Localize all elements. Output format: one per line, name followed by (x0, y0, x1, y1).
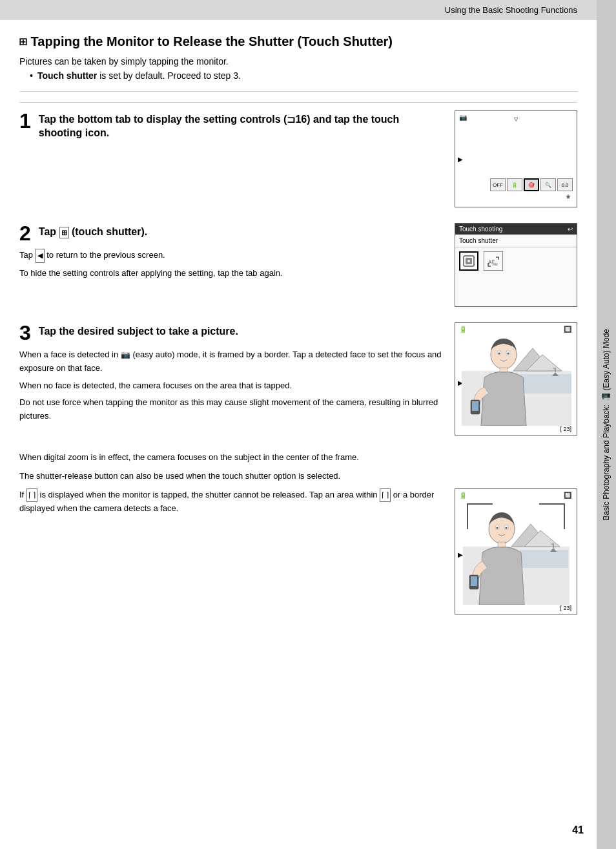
toolbar-icon-selected: 🎯 (524, 178, 539, 191)
step-1-screen: 📷 ▽ OFF 🔋 🎯 🔍 0.0 ▶ (455, 110, 577, 207)
step-1-content: 1 Tap the bottom tab to display the sett… (19, 110, 442, 145)
page-title-section: ⊞ Tapping the Monitor to Release the Shu… (19, 33, 577, 92)
sidebar-tab-text: Basic Photography and Playback: 📷 (Easy … (599, 322, 615, 527)
step-1-section: 1 Tap the bottom tab to display the sett… (19, 110, 577, 207)
menu-icon-af: AF AE (484, 251, 503, 271)
bottom-illust-left-arrow: ▶ (458, 551, 463, 558)
step-3-number: 3 (19, 322, 31, 343)
screen-left-arrow: ▶ (458, 156, 463, 163)
step-3-line-3: Do not use force when tapping the monito… (19, 396, 442, 423)
main-content: Using the Basic Shooting Functions ⊞ Tap… (0, 0, 597, 849)
touch-menu-row: Touch shutter (455, 235, 577, 247)
svg-point-12 (508, 353, 509, 355)
screen-camera-icon: 📷 (459, 114, 467, 121)
menu-icon-touch-shutter (459, 251, 478, 271)
toolbar-icon-3: 0.0 (557, 178, 573, 191)
step-2-header: 2 Tap ⊞ (touch shutter). (19, 223, 442, 244)
divider-top (19, 102, 577, 103)
step-2-line-1: Tap ◀ to return to the previous screen. (19, 249, 442, 263)
step-3-shutter-button: The shutter-release button can also be u… (19, 470, 577, 483)
section-title: Using the Basic Shooting Functions (445, 5, 577, 15)
step-3-illustration-inner: 🔋 🔲 ▶ [ 23] (455, 323, 577, 435)
back-icon-inline: ◀ (36, 249, 45, 263)
svg-rect-15 (472, 401, 478, 411)
step-2-body: Tap ◀ to return to the previous screen. … (19, 249, 442, 280)
person-svg (462, 326, 571, 426)
step-1-title: Tap the bottom tab to display the settin… (39, 110, 442, 140)
svg-point-2 (467, 260, 470, 262)
step-2-title: Tap ⊞ (touch shutter). (39, 223, 147, 239)
step-2-content: 2 Tap ⊞ (touch shutter). Tap ◀ to return… (19, 223, 442, 284)
corner-bracket-icon: ⌈ ⌉ (26, 488, 37, 503)
step-2-number: 2 (19, 223, 31, 244)
toolbar-icon-2: 🔍 (540, 178, 556, 191)
step-3-section: 3 Tap the desired subject to take a pict… (19, 322, 577, 435)
title-icon: ⊞ (19, 34, 27, 49)
page-title: ⊞ Tapping the Monitor to Release the Shu… (19, 33, 577, 50)
svg-rect-17 (520, 550, 568, 568)
step-3-illustration: 🔋 🔲 ▶ [ 23] (455, 322, 577, 435)
step-3-content: 3 Tap the desired subject to take a pict… (19, 322, 442, 427)
intro-text: Pictures can be taken by simply tapping … (19, 56, 577, 67)
corner-bracket-icon-2: ⌈ ⌉ (380, 488, 391, 503)
step-3-line-2: When no face is detected, the camera foc… (19, 379, 442, 393)
step-1-screen-inner: 📷 ▽ OFF 🔋 🎯 🔍 0.0 ▶ (455, 111, 577, 207)
bullet-suffix: is set by default. Proceed to step 3. (97, 70, 241, 81)
step-2-line-2: To hide the setting controls after apply… (19, 267, 442, 280)
title-text: Tapping the Monitor to Release the Shutt… (31, 34, 393, 48)
bottom-text-content: If ⌈ ⌉ is displayed when the monitor is … (19, 488, 442, 516)
touch-menu-close: ↩ (568, 225, 573, 233)
touch-menu-header: Touch shooting ↩ (455, 224, 577, 235)
section-header: Using the Basic Shooting Functions (0, 0, 597, 20)
svg-point-11 (498, 353, 500, 355)
step-2-screen: Touch shooting ↩ Touch shutter AF (455, 223, 577, 307)
bottom-text: If ⌈ ⌉ is displayed when the monitor is … (19, 488, 442, 614)
screen-settings-icon (564, 193, 573, 204)
bottom-illustration: 🔋 🔲 ▶ [ 23] ▽ (455, 488, 577, 614)
bottom-section: If ⌈ ⌉ is displayed when the monitor is … (19, 488, 577, 614)
step-3-extra: When digital zoom is in effect, the came… (19, 451, 577, 483)
screen-toolbar: OFF 🔋 🎯 🔍 0.0 (455, 176, 577, 194)
step-1-number: 1 (19, 110, 31, 131)
illust-bottom-right: [ 23] (560, 426, 571, 432)
step-3-body: When a face is detected in 📷 (easy auto)… (19, 348, 442, 423)
bottom-illust-bottom-right: [ 23] (560, 605, 571, 611)
step-3-line-1: When a face is detected in 📷 (easy auto)… (19, 348, 442, 375)
screen-triangle: ▽ (514, 116, 518, 122)
toolbar-icon-1: 🔋 (507, 178, 522, 191)
page-number: 41 (572, 824, 584, 836)
sidebar-tab: Basic Photography and Playback: 📷 (Easy … (597, 0, 616, 849)
touch-menu-title: Touch shooting (459, 225, 502, 233)
touch-menu-icons: AF AE (455, 247, 577, 275)
step-1-header: 1 Tap the bottom tab to display the sett… (19, 110, 442, 140)
bullet-item: Touch shutter is set by default. Proceed… (30, 70, 577, 81)
toolbar-icon-off: OFF (490, 178, 506, 191)
step-3-digital-zoom: When digital zoom is in effect, the came… (19, 451, 577, 465)
svg-rect-6 (520, 374, 571, 393)
bottom-person-svg (463, 498, 570, 605)
step-3-title: Tap the desired subject to take a pictur… (39, 322, 238, 339)
bottom-illustration-inner: 🔋 🔲 ▶ [ 23] ▽ (455, 489, 577, 614)
step-2-section: 2 Tap ⊞ (touch shutter). Tap ◀ to return… (19, 223, 577, 307)
svg-text:AE: AE (493, 262, 498, 266)
step-3-header: 3 Tap the desired subject to take a pict… (19, 322, 442, 343)
easy-auto-icon-inline: 📷 (121, 350, 130, 359)
svg-point-23 (506, 527, 508, 529)
svg-rect-26 (471, 576, 477, 586)
step-2-icon: ⊞ (59, 227, 69, 238)
bullet-label: Touch shutter (37, 70, 97, 81)
svg-point-22 (497, 527, 498, 529)
